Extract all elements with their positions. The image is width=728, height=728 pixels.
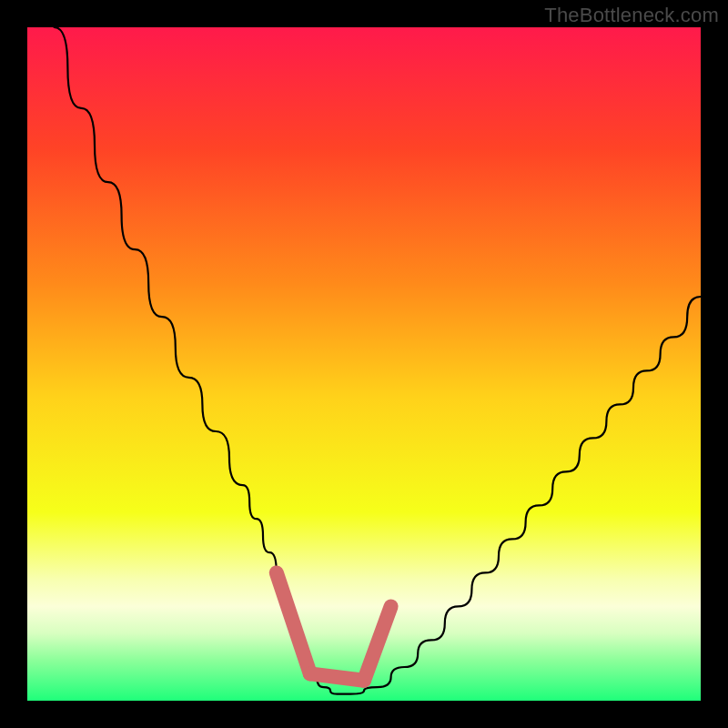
bottom-marker xyxy=(310,673,364,680)
watermark-text: TheBottleneck.com xyxy=(544,4,719,27)
bottleneck-chart xyxy=(27,27,701,701)
gradient-background xyxy=(27,27,701,701)
chart-container xyxy=(27,27,701,701)
